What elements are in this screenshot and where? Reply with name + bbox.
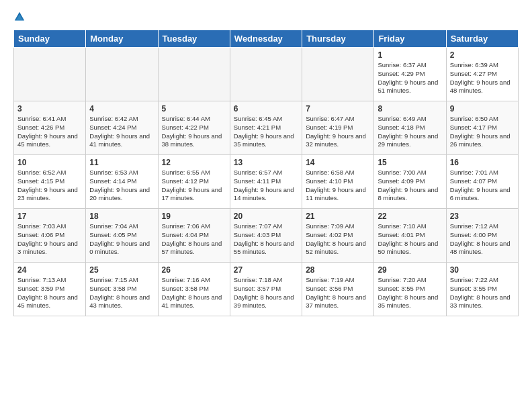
day-info: Sunrise: 6:47 AM Sunset: 4:19 PM Dayligh… <box>306 115 370 149</box>
calendar-cell: 26Sunrise: 7:16 AM Sunset: 3:58 PM Dayli… <box>158 263 230 316</box>
calendar-body: 1Sunrise: 6:37 AM Sunset: 4:29 PM Daylig… <box>14 48 519 316</box>
day-number: 26 <box>162 265 226 275</box>
day-info: Sunrise: 7:03 AM Sunset: 4:06 PM Dayligh… <box>17 222 82 257</box>
calendar-week-row: 17Sunrise: 7:03 AM Sunset: 4:06 PM Dayli… <box>14 209 519 263</box>
calendar-cell: 6Sunrise: 6:45 AM Sunset: 4:21 PM Daylig… <box>230 101 302 155</box>
day-number: 3 <box>17 104 82 113</box>
calendar-cell: 1Sunrise: 6:37 AM Sunset: 4:29 PM Daylig… <box>374 48 446 101</box>
calendar-cell <box>158 48 230 101</box>
logo <box>13 11 27 23</box>
calendar-cell: 23Sunrise: 7:12 AM Sunset: 4:00 PM Dayli… <box>446 209 518 263</box>
day-number: 17 <box>17 212 82 221</box>
calendar-cell <box>302 48 374 101</box>
calendar-week-row: 3Sunrise: 6:41 AM Sunset: 4:26 PM Daylig… <box>14 101 519 155</box>
day-of-week-row: SundayMondayTuesdayWednesdayThursdayFrid… <box>14 30 519 48</box>
day-number: 8 <box>378 104 442 113</box>
day-number: 16 <box>450 158 515 167</box>
day-info: Sunrise: 7:13 AM Sunset: 3:59 PM Dayligh… <box>17 276 82 310</box>
day-number: 5 <box>162 104 226 113</box>
calendar-cell: 2Sunrise: 6:39 AM Sunset: 4:27 PM Daylig… <box>446 48 518 101</box>
day-info: Sunrise: 6:50 AM Sunset: 4:17 PM Dayligh… <box>450 115 515 149</box>
calendar-cell: 15Sunrise: 7:00 AM Sunset: 4:09 PM Dayli… <box>374 155 446 209</box>
day-info: Sunrise: 7:12 AM Sunset: 4:00 PM Dayligh… <box>450 222 515 257</box>
day-number: 18 <box>89 212 154 221</box>
day-number: 10 <box>17 158 82 167</box>
day-of-week-header: Monday <box>86 30 158 48</box>
calendar-cell: 14Sunrise: 6:58 AM Sunset: 4:10 PM Dayli… <box>302 155 374 209</box>
calendar-cell: 12Sunrise: 6:55 AM Sunset: 4:12 PM Dayli… <box>158 155 230 209</box>
calendar-cell: 20Sunrise: 7:07 AM Sunset: 4:03 PM Dayli… <box>230 209 302 263</box>
day-of-week-header: Friday <box>374 30 446 48</box>
day-of-week-header: Tuesday <box>158 30 230 48</box>
day-number: 7 <box>306 104 370 113</box>
day-number: 14 <box>306 158 370 167</box>
day-number: 9 <box>450 104 515 113</box>
day-of-week-header: Sunday <box>14 30 86 48</box>
day-info: Sunrise: 7:18 AM Sunset: 3:57 PM Dayligh… <box>234 276 298 310</box>
calendar-week-row: 24Sunrise: 7:13 AM Sunset: 3:59 PM Dayli… <box>14 263 519 316</box>
day-number: 30 <box>450 265 515 275</box>
calendar-cell: 21Sunrise: 7:09 AM Sunset: 4:02 PM Dayli… <box>302 209 374 263</box>
day-number: 21 <box>306 212 370 221</box>
day-info: Sunrise: 6:52 AM Sunset: 4:15 PM Dayligh… <box>17 169 82 203</box>
calendar-cell: 19Sunrise: 7:06 AM Sunset: 4:04 PM Dayli… <box>158 209 230 263</box>
calendar-cell: 25Sunrise: 7:15 AM Sunset: 3:58 PM Dayli… <box>86 263 158 316</box>
day-number: 6 <box>234 104 298 113</box>
day-number: 24 <box>17 265 82 275</box>
calendar-cell <box>86 48 158 101</box>
day-of-week-header: Wednesday <box>230 30 302 48</box>
day-info: Sunrise: 7:22 AM Sunset: 3:55 PM Dayligh… <box>450 276 515 310</box>
day-info: Sunrise: 6:44 AM Sunset: 4:22 PM Dayligh… <box>162 115 226 149</box>
calendar-cell: 5Sunrise: 6:44 AM Sunset: 4:22 PM Daylig… <box>158 101 230 155</box>
calendar: SundayMondayTuesdayWednesdayThursdayFrid… <box>13 30 519 316</box>
calendar-cell <box>14 48 86 101</box>
day-number: 15 <box>378 158 442 167</box>
day-number: 2 <box>450 50 515 60</box>
day-info: Sunrise: 6:53 AM Sunset: 4:14 PM Dayligh… <box>89 169 154 203</box>
calendar-cell: 29Sunrise: 7:20 AM Sunset: 3:55 PM Dayli… <box>374 263 446 316</box>
calendar-week-row: 1Sunrise: 6:37 AM Sunset: 4:29 PM Daylig… <box>14 48 519 101</box>
calendar-cell: 8Sunrise: 6:49 AM Sunset: 4:18 PM Daylig… <box>374 101 446 155</box>
day-info: Sunrise: 7:09 AM Sunset: 4:02 PM Dayligh… <box>306 222 370 257</box>
day-number: 13 <box>234 158 298 167</box>
day-number: 22 <box>378 212 442 221</box>
day-number: 12 <box>162 158 226 167</box>
day-info: Sunrise: 6:39 AM Sunset: 4:27 PM Dayligh… <box>450 61 515 95</box>
calendar-cell: 30Sunrise: 7:22 AM Sunset: 3:55 PM Dayli… <box>446 263 518 316</box>
day-info: Sunrise: 7:04 AM Sunset: 4:05 PM Dayligh… <box>89 222 154 257</box>
day-info: Sunrise: 7:01 AM Sunset: 4:07 PM Dayligh… <box>450 169 515 203</box>
calendar-cell: 17Sunrise: 7:03 AM Sunset: 4:06 PM Dayli… <box>14 209 86 263</box>
day-info: Sunrise: 7:15 AM Sunset: 3:58 PM Dayligh… <box>89 276 154 310</box>
day-info: Sunrise: 7:06 AM Sunset: 4:04 PM Dayligh… <box>162 222 226 257</box>
calendar-cell <box>230 48 302 101</box>
day-info: Sunrise: 6:45 AM Sunset: 4:21 PM Dayligh… <box>234 115 298 149</box>
day-info: Sunrise: 7:20 AM Sunset: 3:55 PM Dayligh… <box>378 276 442 310</box>
logo-icon <box>13 11 26 23</box>
day-number: 29 <box>378 265 442 275</box>
calendar-cell: 10Sunrise: 6:52 AM Sunset: 4:15 PM Dayli… <box>14 155 86 209</box>
calendar-cell: 18Sunrise: 7:04 AM Sunset: 4:05 PM Dayli… <box>86 209 158 263</box>
day-number: 4 <box>89 104 154 113</box>
day-info: Sunrise: 6:41 AM Sunset: 4:26 PM Dayligh… <box>17 115 82 149</box>
calendar-cell: 24Sunrise: 7:13 AM Sunset: 3:59 PM Dayli… <box>14 263 86 316</box>
day-number: 11 <box>89 158 154 167</box>
day-info: Sunrise: 6:49 AM Sunset: 4:18 PM Dayligh… <box>378 115 442 149</box>
calendar-cell: 16Sunrise: 7:01 AM Sunset: 4:07 PM Dayli… <box>446 155 518 209</box>
day-info: Sunrise: 6:42 AM Sunset: 4:24 PM Dayligh… <box>89 115 154 149</box>
calendar-cell: 28Sunrise: 7:19 AM Sunset: 3:56 PM Dayli… <box>302 263 374 316</box>
day-info: Sunrise: 7:00 AM Sunset: 4:09 PM Dayligh… <box>378 169 442 203</box>
day-number: 28 <box>306 265 370 275</box>
day-number: 23 <box>450 212 515 221</box>
day-number: 27 <box>234 265 298 275</box>
day-number: 1 <box>378 50 442 60</box>
day-of-week-header: Saturday <box>446 30 518 48</box>
day-number: 19 <box>162 212 226 221</box>
day-info: Sunrise: 6:37 AM Sunset: 4:29 PM Dayligh… <box>378 61 442 95</box>
calendar-week-row: 10Sunrise: 6:52 AM Sunset: 4:15 PM Dayli… <box>14 155 519 209</box>
calendar-cell: 11Sunrise: 6:53 AM Sunset: 4:14 PM Dayli… <box>86 155 158 209</box>
day-info: Sunrise: 6:55 AM Sunset: 4:12 PM Dayligh… <box>162 169 226 203</box>
day-info: Sunrise: 7:07 AM Sunset: 4:03 PM Dayligh… <box>234 222 298 257</box>
header <box>13 11 519 23</box>
day-number: 25 <box>89 265 154 275</box>
day-of-week-header: Thursday <box>302 30 374 48</box>
